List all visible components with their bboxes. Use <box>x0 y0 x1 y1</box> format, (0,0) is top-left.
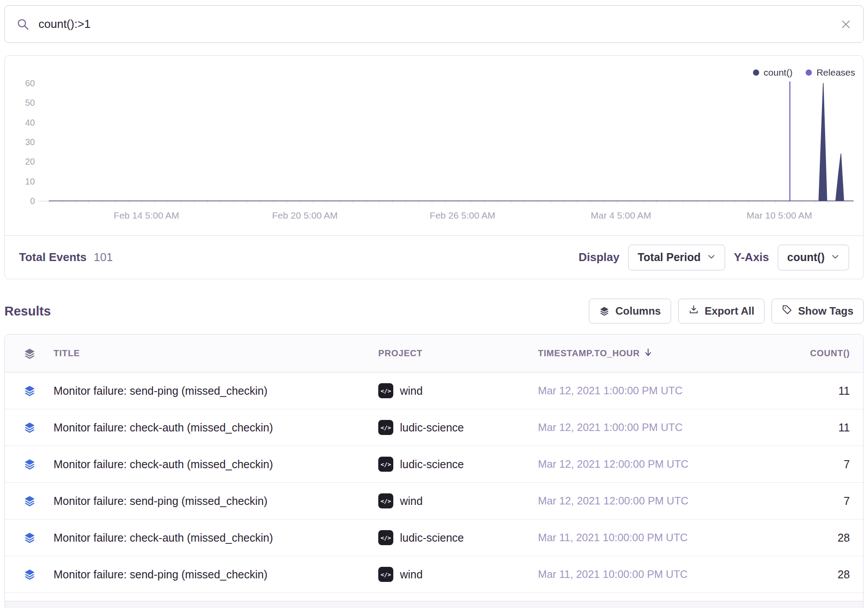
column-header-timestamp[interactable]: TIMESTAMP.TO_HOUR <box>538 347 713 359</box>
close-icon[interactable] <box>840 19 852 30</box>
table-header: TITLE PROJECT TIMESTAMP.TO_HOUR COUNT() <box>5 335 863 373</box>
project-name: ludic-science <box>400 531 464 544</box>
search-icon <box>16 18 30 31</box>
count-series-dot <box>753 69 759 76</box>
yaxis-dropdown-value: count() <box>787 251 825 264</box>
legend-label: Releases <box>816 67 855 78</box>
count-value: 11 <box>838 421 850 434</box>
table-body: Monitor failure: send-ping (missed_check… <box>5 373 863 593</box>
count-value: 7 <box>844 495 850 507</box>
project-name: wind <box>400 385 422 397</box>
display-label: Display <box>579 250 620 264</box>
sort-desc-icon <box>643 347 653 359</box>
svg-text:Feb 14 5:00 AM: Feb 14 5:00 AM <box>114 210 179 220</box>
total-events-label: Total Events <box>19 250 87 264</box>
timestamp-value: Mar 12, 2021 1:00:00 PM UTC <box>538 385 683 396</box>
stack-icon <box>23 385 36 397</box>
chart-panel: 0102030405060Feb 14 5:00 AMFeb 20 5:00 A… <box>4 55 864 279</box>
table-toolbar: Columns Export All Show Tags <box>589 299 864 323</box>
platform-code-icon: </> <box>378 420 393 435</box>
count-value: 28 <box>837 568 850 581</box>
stack-icon <box>23 458 36 470</box>
table-row[interactable]: Monitor failure: send-ping (missed_check… <box>5 373 863 409</box>
svg-text:60: 60 <box>25 78 35 88</box>
event-title-link[interactable]: Monitor failure: check-auth (missed_chec… <box>54 458 273 470</box>
svg-text:Mar 4 5:00 AM: Mar 4 5:00 AM <box>591 210 651 220</box>
column-header-project[interactable]: PROJECT <box>378 348 538 358</box>
timestamp-value: Mar 12, 2021 12:00:00 PM UTC <box>538 458 688 470</box>
results-heading: Results <box>4 304 51 319</box>
export-all-button-label: Export All <box>705 305 754 317</box>
project-name: ludic-science <box>400 458 464 471</box>
stack-icon <box>23 495 36 507</box>
svg-text:20: 20 <box>25 157 35 166</box>
export-all-button[interactable]: Export All <box>678 299 764 323</box>
results-table: TITLE PROJECT TIMESTAMP.TO_HOUR COUNT() … <box>4 334 864 608</box>
svg-text:Feb 20 5:00 AM: Feb 20 5:00 AM <box>272 210 338 220</box>
event-title-link[interactable]: Monitor failure: check-auth (missed_chec… <box>54 531 273 544</box>
svg-text:10: 10 <box>25 177 35 186</box>
table-pagination-strip <box>5 601 863 608</box>
chevron-down-icon <box>707 251 716 264</box>
timestamp-value: Mar 12, 2021 12:00:00 PM UTC <box>538 495 688 507</box>
chart-canvas: 0102030405060Feb 14 5:00 AMFeb 20 5:00 A… <box>5 56 862 235</box>
columns-button-label: Columns <box>615 305 661 317</box>
search-bar <box>4 5 864 43</box>
chevron-down-icon <box>831 251 840 264</box>
table-row[interactable]: Monitor failure: check-auth (missed_chec… <box>5 519 863 556</box>
table-row[interactable]: Monitor failure: check-auth (missed_chec… <box>5 409 863 446</box>
stack-header-icon <box>23 347 36 360</box>
search-input[interactable] <box>38 17 831 31</box>
stack-icon <box>23 531 36 544</box>
platform-code-icon: </> <box>378 457 393 472</box>
releases-series-dot <box>806 69 812 76</box>
count-value: 28 <box>837 531 850 544</box>
show-tags-button[interactable]: Show Tags <box>772 299 864 323</box>
column-header-title[interactable]: TITLE <box>54 348 378 358</box>
platform-code-icon: </> <box>378 383 393 398</box>
project-name: wind <box>400 495 422 508</box>
chart-legend: count() Releases <box>753 67 855 78</box>
timestamp-value: Mar 11, 2021 10:00:00 PM UTC <box>538 568 687 580</box>
legend-label: count() <box>764 67 792 78</box>
count-value: 7 <box>844 458 850 470</box>
platform-code-icon: </> <box>378 530 393 545</box>
total-events-value: 101 <box>94 250 113 264</box>
legend-item-count[interactable]: count() <box>753 67 792 78</box>
tag-icon <box>782 304 792 318</box>
svg-text:30: 30 <box>25 137 35 147</box>
event-title-link[interactable]: Monitor failure: send-ping (missed_check… <box>54 385 268 397</box>
events-chart: 0102030405060Feb 14 5:00 AMFeb 20 5:00 A… <box>5 56 863 235</box>
download-icon <box>688 304 699 318</box>
timestamp-value: Mar 11, 2021 10:00:00 PM UTC <box>538 531 687 543</box>
show-tags-button-label: Show Tags <box>798 305 853 317</box>
timestamp-value: Mar 12, 2021 1:00:00 PM UTC <box>538 421 683 433</box>
stack-icon <box>23 421 36 434</box>
count-value: 11 <box>838 385 850 397</box>
svg-text:0: 0 <box>30 196 35 206</box>
event-title-link[interactable]: Monitor failure: check-auth (missed_chec… <box>54 421 273 434</box>
column-header-count[interactable]: COUNT() <box>713 348 862 358</box>
yaxis-dropdown[interactable]: count() <box>778 245 849 270</box>
table-row[interactable]: Monitor failure: check-auth (missed_chec… <box>5 446 863 483</box>
platform-code-icon: </> <box>378 493 393 508</box>
svg-text:Feb 26 5:00 AM: Feb 26 5:00 AM <box>430 210 495 220</box>
legend-item-releases[interactable]: Releases <box>806 67 855 78</box>
svg-text:50: 50 <box>25 98 35 108</box>
column-header-timestamp-label: TIMESTAMP.TO_HOUR <box>538 348 640 358</box>
chart-footer: Total Events 101 Display Total Period Y-… <box>5 235 863 279</box>
layers-icon <box>599 306 610 316</box>
table-gap <box>5 593 863 601</box>
results-header-row: Results Columns Export All Show Tags <box>4 299 864 323</box>
svg-text:40: 40 <box>25 118 35 127</box>
yaxis-label: Y-Axis <box>734 250 769 264</box>
event-title-link[interactable]: Monitor failure: send-ping (missed_check… <box>54 495 268 507</box>
table-row[interactable]: Monitor failure: send-ping (missed_check… <box>5 483 863 519</box>
display-dropdown-value: Total Period <box>638 251 701 264</box>
platform-code-icon: </> <box>378 567 393 582</box>
columns-button[interactable]: Columns <box>589 299 671 323</box>
table-row[interactable]: Monitor failure: send-ping (missed_check… <box>5 556 863 593</box>
display-dropdown[interactable]: Total Period <box>628 245 725 270</box>
event-title-link[interactable]: Monitor failure: send-ping (missed_check… <box>54 568 268 581</box>
project-name: ludic-science <box>400 421 464 434</box>
